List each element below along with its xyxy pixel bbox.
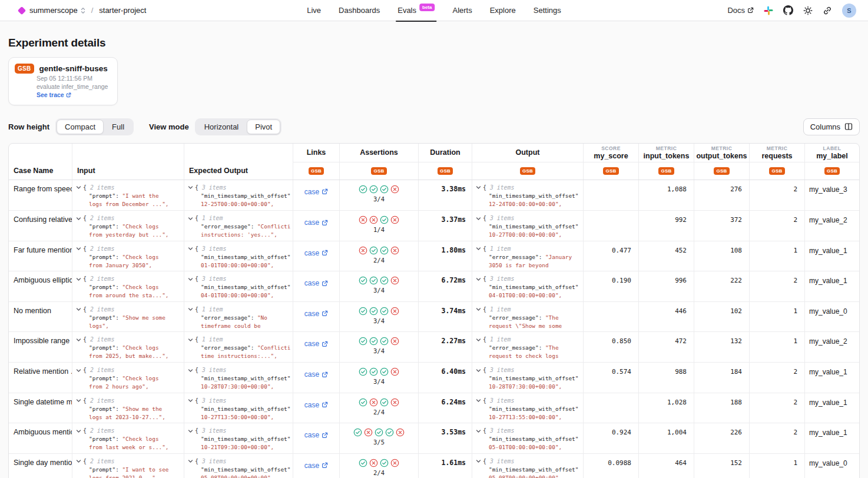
assertion-fail-icon xyxy=(390,246,399,255)
case-trace-link[interactable]: case xyxy=(304,249,328,257)
column-header-expected[interactable]: Expected Output xyxy=(184,144,293,180)
expand-chevron-icon[interactable] xyxy=(476,429,481,434)
table-row[interactable]: Far future mention{2 items"prompt": "Che… xyxy=(9,241,859,271)
case-trace-link[interactable]: case xyxy=(304,462,328,470)
json-string-value: 01-01T00:00:00+00:00", xyxy=(201,262,274,268)
table-row[interactable]: Ambiguous mention{2 items"prompt": "Chec… xyxy=(9,423,859,453)
assertions-fraction: 1/4 xyxy=(373,226,385,233)
table-row[interactable]: Relative mention …{2 items"prompt": "Che… xyxy=(9,362,859,393)
expand-chevron-icon[interactable] xyxy=(76,216,81,221)
column-header-links[interactable]: Links xyxy=(293,144,340,162)
expand-chevron-icon[interactable] xyxy=(76,307,81,312)
expand-chevron-icon[interactable] xyxy=(476,337,481,343)
experiment-card[interactable]: GSB gentle-sniff-buses Sep 05 12:11:56 P… xyxy=(8,57,118,105)
column-header-assertions[interactable]: Assertions xyxy=(340,144,419,162)
expand-chevron-icon[interactable] xyxy=(476,277,481,282)
expand-chevron-icon[interactable] xyxy=(188,398,193,403)
expand-chevron-icon[interactable] xyxy=(476,246,481,251)
case-trace-link[interactable]: case xyxy=(304,340,328,348)
expand-chevron-icon[interactable] xyxy=(188,459,193,464)
view-mode-pivot-option[interactable]: Pivot xyxy=(247,120,280,134)
slack-icon[interactable] xyxy=(764,6,773,15)
github-icon[interactable] xyxy=(783,5,793,15)
nav-item-live[interactable]: Live xyxy=(307,0,321,21)
see-trace-link[interactable]: See trace xyxy=(37,91,71,99)
column-header-output_tokens[interactable]: METRICoutput_tokens xyxy=(694,144,750,162)
row-height-full-option[interactable]: Full xyxy=(104,120,132,134)
column-kicker: METRIC xyxy=(656,145,677,151)
expand-chevron-icon[interactable] xyxy=(76,459,81,464)
case-trace-link[interactable]: case xyxy=(304,310,328,318)
table-row[interactable]: Impossible range{2 items"prompt": "Check… xyxy=(9,331,859,362)
column-header-case[interactable]: Case Name xyxy=(9,144,72,180)
project-name[interactable]: starter-project xyxy=(99,6,146,15)
nav-item-alerts[interactable]: Alerts xyxy=(452,0,472,21)
theme-toggle-sun-icon[interactable] xyxy=(803,6,813,15)
nav-item-settings[interactable]: Settings xyxy=(534,0,561,21)
column-header-requests[interactable]: METRICrequests xyxy=(750,144,805,162)
json-line: 3050 is far beyond xyxy=(489,261,583,270)
column-header-input[interactable]: Input xyxy=(72,144,184,180)
nav-item-evals[interactable]: Evalsbeta xyxy=(397,0,435,21)
json-item-count: 3 items xyxy=(202,457,226,466)
external-link-icon xyxy=(322,188,328,195)
expand-chevron-icon[interactable] xyxy=(76,337,81,343)
expand-chevron-icon[interactable] xyxy=(188,185,193,190)
column-header-output[interactable]: Output xyxy=(472,144,584,162)
org-selector[interactable]: summerscope xyxy=(29,6,85,15)
expand-chevron-icon[interactable] xyxy=(188,429,193,434)
expand-chevron-icon[interactable] xyxy=(476,216,481,221)
column-header-duration[interactable]: Duration xyxy=(419,144,472,162)
case-trace-link[interactable]: case xyxy=(304,370,328,379)
docs-link[interactable]: Docs xyxy=(727,6,754,15)
table-row[interactable]: Range from speech{2 items"prompt": "I wa… xyxy=(9,180,859,211)
expand-chevron-icon[interactable] xyxy=(476,398,481,403)
table-row[interactable]: Confusing relative…{2 items"prompt": "Ch… xyxy=(9,210,859,241)
expand-chevron-icon[interactable] xyxy=(476,368,481,373)
column-header-label: Links xyxy=(307,148,326,157)
json-preview-body: "error_message": "Therequest to check lo… xyxy=(489,344,583,360)
case-link-label: case xyxy=(304,340,319,348)
row-height-compact-option[interactable]: Compact xyxy=(57,120,104,134)
json-preview-cell: {3 items"min_timestamp_with_offset"12-25… xyxy=(184,180,293,211)
case-trace-link[interactable]: case xyxy=(304,188,328,196)
json-item-count: 1 item xyxy=(202,306,223,314)
expand-chevron-icon[interactable] xyxy=(76,368,81,373)
json-line: "error_message": "January xyxy=(489,253,583,261)
columns-button[interactable]: Columns xyxy=(803,118,860,135)
expand-chevron-icon[interactable] xyxy=(476,185,481,190)
user-avatar[interactable]: S xyxy=(842,4,856,18)
expand-chevron-icon[interactable] xyxy=(188,277,193,282)
nav-item-explore[interactable]: Explore xyxy=(490,0,516,21)
view-mode-horizontal-option[interactable]: Horizontal xyxy=(196,120,247,134)
case-trace-link[interactable]: case xyxy=(304,279,328,287)
json-string-value: 10-28T07:30:00+00:00", xyxy=(489,383,562,390)
expand-chevron-icon[interactable] xyxy=(188,216,193,221)
expand-chevron-icon[interactable] xyxy=(188,307,193,312)
expand-chevron-icon[interactable] xyxy=(76,429,81,434)
case-trace-link[interactable]: case xyxy=(304,401,328,409)
column-header-my_score[interactable]: SCOREmy_score xyxy=(584,144,639,162)
expand-chevron-icon[interactable] xyxy=(476,459,481,464)
column-header-my_label[interactable]: LABELmy_label xyxy=(805,144,859,162)
expand-chevron-icon[interactable] xyxy=(476,307,481,312)
json-key: "prompt": xyxy=(89,192,122,199)
expand-chevron-icon[interactable] xyxy=(188,246,193,251)
json-preview-body: "prompt": "I want thelogs from December … xyxy=(89,192,184,208)
expand-chevron-icon[interactable] xyxy=(76,246,81,251)
table-row[interactable]: Ambiguous elliptic…{2 items"prompt": "Ch… xyxy=(9,271,859,301)
copy-link-icon[interactable] xyxy=(823,6,832,15)
table-row[interactable]: No mention{2 items"prompt": "Show me som… xyxy=(9,301,859,332)
column-header-input_tokens[interactable]: METRICinput_tokens xyxy=(639,144,694,162)
assertion-icons xyxy=(359,185,399,194)
case-trace-link[interactable]: case xyxy=(304,431,328,439)
nav-item-dashboards[interactable]: Dashboards xyxy=(339,0,380,21)
table-row[interactable]: Single datetime m…{2 items"prompt": "Sho… xyxy=(9,393,859,423)
expand-chevron-icon[interactable] xyxy=(188,368,193,373)
table-row[interactable]: Single day mention{2 items"prompt": "I w… xyxy=(9,453,859,478)
expand-chevron-icon[interactable] xyxy=(76,277,81,282)
expand-chevron-icon[interactable] xyxy=(76,185,81,190)
expand-chevron-icon[interactable] xyxy=(76,398,81,403)
expand-chevron-icon[interactable] xyxy=(188,337,193,343)
case-trace-link[interactable]: case xyxy=(304,218,328,227)
